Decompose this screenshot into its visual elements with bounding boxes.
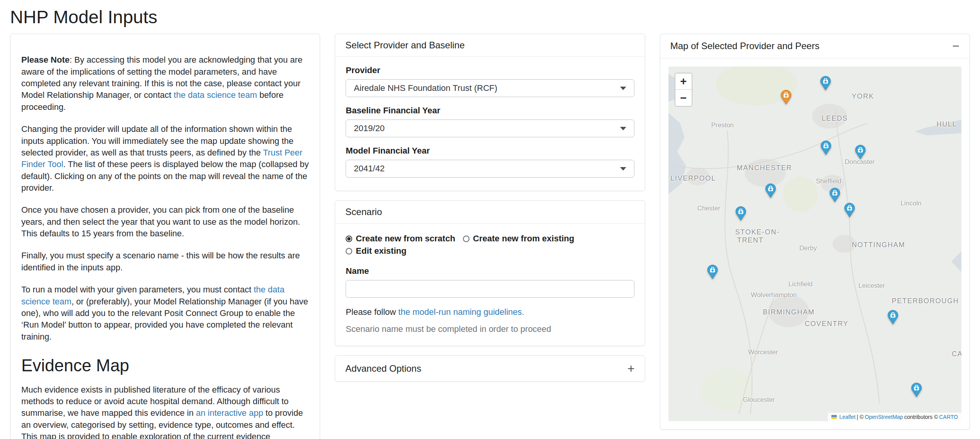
scenario-card-body: Create new from scratch Create new from … <box>335 224 644 346</box>
advanced-options-card: Advanced Options + <box>335 355 645 382</box>
model-year-select[interactable]: 2041/42 <box>346 160 634 178</box>
please-note-label: Please Note <box>21 55 70 65</box>
scenario-radio-group: Create new from scratch Create new from … <box>346 234 634 256</box>
zoom-out-button[interactable]: − <box>675 90 692 106</box>
peer-provider-marker[interactable] <box>765 183 776 198</box>
provider-card-body: Provider Airedale NHS Foundation Trust (… <box>335 57 644 191</box>
openstreetmap-link[interactable]: OpenStreetMap <box>865 414 903 420</box>
radio-label-create-new: Create new from scratch <box>356 234 455 244</box>
map-place-label: Sheffield <box>816 178 841 185</box>
radio-button-icon[interactable] <box>346 248 352 255</box>
map-place-label: CA <box>952 350 961 358</box>
leaflet-link[interactable]: Leaflet <box>839 414 855 420</box>
map-place-label: Leicester <box>858 282 885 290</box>
scenario-card-title: Scenario <box>345 207 382 217</box>
provider-label: Provider <box>346 65 634 75</box>
provider-baseline-card: Select Provider and Baseline Provider Ai… <box>335 34 645 191</box>
naming-guidelines-line: Please follow the model-run naming guide… <box>346 307 634 317</box>
main-columns: Please Note: By accessing this model you… <box>0 34 980 439</box>
map-place-label: MANCHESTER <box>737 164 792 172</box>
expand-plus-icon[interactable]: + <box>627 362 635 375</box>
provider-card-title: Select Provider and Baseline <box>345 40 464 51</box>
zoom-in-button[interactable]: + <box>675 73 692 90</box>
map-place-label: Chester <box>697 205 720 212</box>
page-title: NHP Model Inputs <box>0 0 980 28</box>
carto-link[interactable]: CARTO <box>939 414 958 420</box>
baseline-year-label: Baseline Financial Year <box>346 106 634 116</box>
scenario-card-header: Scenario <box>335 201 644 224</box>
map-place-label: COVENTRY <box>805 320 848 328</box>
radio-label-edit-existing: Edit existing <box>356 246 406 256</box>
intro-paragraph-note: Please Note: By accessing this model you… <box>21 54 309 113</box>
map-card-header[interactable]: Map of Selected Provider and Peers − <box>660 34 970 58</box>
leaflet-map[interactable]: PrestonYORKLEEDSHULLDoncasterMANCHESTERL… <box>668 67 961 421</box>
model-year-select-value: 2041/42 <box>354 164 385 174</box>
peer-provider-marker[interactable] <box>707 265 718 279</box>
map-place-label: BIRMINGHAM <box>763 308 815 316</box>
scenario-name-label: Name <box>346 266 634 276</box>
intro-paragraph-scenario: Finally, you must specify a scenario nam… <box>21 250 309 273</box>
intro-paragraph-run-model: To run a model with your given parameter… <box>21 284 309 343</box>
peer-provider-marker[interactable] <box>735 206 746 221</box>
map-place-label: Preston <box>711 121 734 129</box>
baseline-year-select[interactable]: 2019/20 <box>346 120 634 137</box>
evidence-map-heading: Evidence Map <box>21 356 309 376</box>
evidence-map-paragraph: Much evidence exists in published litera… <box>21 384 309 439</box>
map-place-label: TRENT <box>737 236 764 244</box>
interactive-app-link[interactable]: an interactive app <box>196 408 263 418</box>
right-column: Map of Selected Provider and Peers − <box>660 34 970 439</box>
map-place-label: Worcester <box>748 348 778 356</box>
map-place-label: STOKE-ON- <box>735 228 780 236</box>
peer-provider-marker[interactable] <box>855 145 866 159</box>
peer-provider-marker[interactable] <box>911 383 922 397</box>
map-place-label: Gloucester <box>743 396 775 404</box>
map-place-label: Lichfield <box>788 280 812 288</box>
intro-text: Please Note: By accessing this model you… <box>10 34 320 439</box>
advanced-options-card-header[interactable]: Advanced Options + <box>335 356 644 381</box>
selected-provider-marker[interactable] <box>781 89 792 104</box>
scenario-helper-text: Scenario name must be completed in order… <box>346 324 634 334</box>
ukraine-flag-icon <box>831 415 837 419</box>
basemap-features <box>668 67 961 421</box>
peer-provider-marker[interactable] <box>844 203 855 217</box>
map-place-label: HULL <box>937 120 957 128</box>
scenario-radio[interactable]: Create new from scratch <box>346 234 455 244</box>
left-column: Please Note: By accessing this model you… <box>10 34 320 439</box>
peer-provider-marker[interactable] <box>829 188 840 202</box>
map-place-label: LIVERPOOL <box>670 174 716 183</box>
scenario-card: Scenario Create new from scratch Create … <box>335 200 645 346</box>
middle-column: Select Provider and Baseline Provider Ai… <box>335 34 645 382</box>
peer-provider-marker[interactable] <box>887 310 898 325</box>
scenario-radio[interactable]: Create new from existing <box>463 234 574 244</box>
provider-field: Provider Airedale NHS Foundation Trust (… <box>346 65 634 97</box>
map-place-label: NOTTINGHAM <box>852 241 905 249</box>
map-card-title: Map of Selected Provider and Peers <box>670 41 820 51</box>
collapse-minus-icon[interactable]: − <box>952 40 959 52</box>
dropdown-caret-icon <box>620 87 626 90</box>
radio-label-from-existing: Create new from existing <box>473 234 574 244</box>
map-place-label: Doncaster <box>845 158 874 166</box>
dropdown-caret-icon <box>620 127 626 130</box>
map-place-label: Derby <box>799 244 817 252</box>
data-science-team-link[interactable]: the data science team <box>174 90 257 100</box>
model-year-label: Model Financial Year <box>346 146 634 156</box>
scenario-name-input[interactable] <box>346 280 634 298</box>
map-zoom-control: + − <box>675 73 692 107</box>
model-year-field: Model Financial Year 2041/42 <box>346 146 634 178</box>
naming-guidelines-link[interactable]: the model-run naming guidelines. <box>398 307 524 317</box>
map-attribution: Leaflet | © OpenStreetMap contributors ©… <box>828 413 961 421</box>
dropdown-caret-icon <box>620 167 626 171</box>
scenario-radio[interactable]: Edit existing <box>346 246 406 256</box>
provider-select-value: Airedale NHS Foundation Trust (RCF) <box>354 83 497 93</box>
advanced-options-card-title: Advanced Options <box>345 363 421 374</box>
radio-button-icon[interactable] <box>346 236 352 242</box>
map-place-label: Lincoln <box>901 200 922 207</box>
provider-select[interactable]: Airedale NHS Foundation Trust (RCF) <box>346 79 634 97</box>
peer-provider-marker[interactable] <box>820 76 831 91</box>
map-place-label: Wolverhampton <box>751 291 797 299</box>
baseline-year-field: Baseline Financial Year 2019/20 <box>346 106 634 137</box>
peer-provider-marker[interactable] <box>821 140 832 155</box>
map-card: Map of Selected Provider and Peers − <box>660 34 970 430</box>
provider-card-header: Select Provider and Baseline <box>335 34 644 57</box>
radio-button-icon[interactable] <box>463 236 469 242</box>
